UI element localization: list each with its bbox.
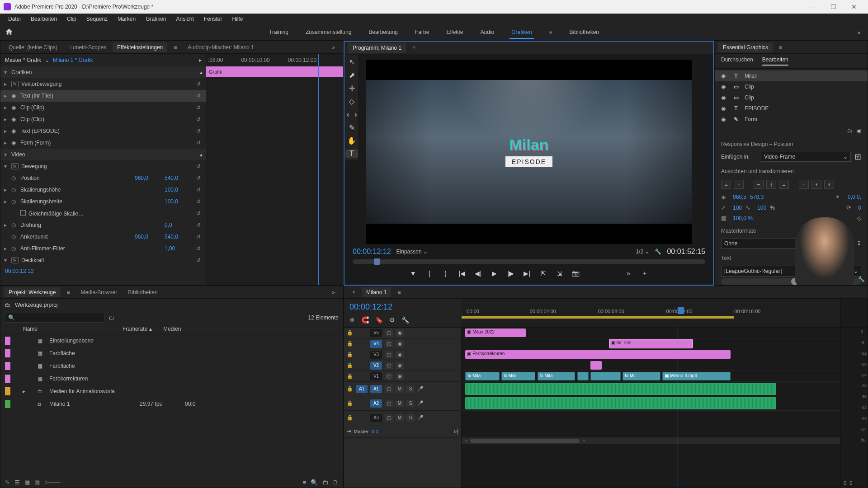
freeform-view-icon[interactable]: ▧	[34, 479, 40, 486]
track-target-a2[interactable]: A2	[370, 399, 382, 408]
clip-v1d[interactable]: fx Mil	[623, 372, 660, 380]
twirl-icon[interactable]: ▾	[4, 151, 9, 158]
goto-in-icon[interactable]: |◀	[457, 268, 467, 278]
eg-layer-episode[interactable]: ◉ T EPISODE	[715, 103, 868, 114]
ws-grafiken[interactable]: Grafiken	[509, 26, 533, 39]
align-left-icon[interactable]: ⫠	[721, 180, 731, 189]
reset-icon[interactable]: ↺	[194, 81, 203, 87]
twirl-icon[interactable]: ▸	[4, 245, 9, 252]
pull-master-icon[interactable]: ↧	[857, 240, 861, 247]
ws-bearbeitung[interactable]: Bearbeitung	[367, 26, 400, 39]
fx-badge[interactable]: fx	[11, 257, 19, 263]
eye-icon[interactable]: ◉	[396, 340, 404, 347]
clip-v2-small[interactable]	[590, 361, 602, 370]
lift-icon[interactable]: ⇱	[538, 268, 548, 278]
eye-icon[interactable]: ◉	[396, 351, 404, 358]
track-lane-a1[interactable]	[462, 382, 840, 396]
stopwatch-icon[interactable]: ◷	[11, 245, 18, 252]
menu-bearbeiten[interactable]: Bearbeiten	[26, 15, 61, 23]
ec-playhead-line[interactable]	[318, 54, 319, 285]
stopwatch-icon[interactable]: ◷	[11, 222, 18, 228]
eg-layer-milan[interactable]: ◉ T Milan	[715, 70, 868, 81]
marker-icon[interactable]: ▼	[408, 268, 418, 278]
project-item[interactable]: ▦ Farbfläche	[0, 360, 343, 372]
project-item[interactable]: ▦ Farbfläche	[0, 347, 343, 360]
export-frame-icon[interactable]: 📷	[571, 268, 581, 278]
snap-icon[interactable]: ❄	[349, 316, 355, 324]
clip-milan-2022[interactable]: ▣ Milan 2022	[465, 328, 526, 337]
reset-icon[interactable]: ↺	[194, 257, 203, 263]
track-output-toggle[interactable]: ▢	[385, 385, 393, 393]
twirl-icon[interactable]: ▸	[4, 222, 9, 228]
twirl-icon[interactable]: ▾	[4, 163, 9, 169]
track-lane-master[interactable]	[462, 425, 840, 438]
pen-tool-icon[interactable]: ◇	[345, 97, 358, 106]
panel-overflow-icon[interactable]: »	[327, 287, 340, 297]
collapse-icon[interactable]: ▴	[200, 69, 203, 75]
menu-sequenz[interactable]: Sequenz	[82, 15, 112, 23]
group-layer-icon[interactable]: ▣	[856, 127, 861, 134]
hand-tool-icon[interactable]: ✋	[345, 136, 358, 145]
play-icon[interactable]: ▶	[490, 268, 500, 278]
reset-icon[interactable]: ↺	[194, 187, 203, 193]
track-target-v4[interactable]: V4	[370, 340, 382, 348]
goto-out-icon[interactable]: ▶|	[522, 268, 532, 278]
project-item[interactable]: ▸ 🗀 Medien für Animationsvorla	[0, 385, 343, 398]
zoom-out-icon[interactable]: ○	[464, 438, 467, 444]
tab-libraries[interactable]: Bibliotheken	[123, 287, 162, 297]
project-item[interactable]: ▦ Farbkorrekturen	[0, 372, 343, 385]
ec-clip2[interactable]: Clip (Clip)	[20, 116, 192, 122]
source-a1[interactable]: A1	[356, 385, 368, 393]
eye-icon[interactable]: ◉	[396, 329, 404, 337]
project-item[interactable]: ▦ Einstellungsebene	[0, 334, 343, 347]
voice-over-icon[interactable]: 🎤	[417, 400, 424, 406]
video-overlay-subtitle[interactable]: EPISODE	[505, 156, 552, 167]
reset-icon[interactable]: ↺	[194, 163, 203, 169]
eg-layer-clip2[interactable]: ◉ ▭ Clip	[715, 92, 868, 103]
clip-v1e[interactable]: ▣ Milano 4.mp4	[662, 372, 731, 380]
eye-icon[interactable]: ◉	[11, 93, 18, 99]
panel-overflow-icon[interactable]: »	[327, 42, 340, 52]
track-target-a3[interactable]: A3	[370, 414, 382, 422]
eg-pin-dropdown[interactable]: Video-Frame⌄	[761, 152, 851, 162]
ec-skalb-val[interactable]: 100,0	[165, 198, 192, 205]
project-item[interactable]: ⧈ Milano 1 29,97 fps 00:0	[0, 398, 343, 410]
menu-marken[interactable]: Marken	[113, 15, 140, 23]
menu-ansicht[interactable]: Ansicht	[171, 15, 198, 23]
add-button-icon[interactable]: ＋	[640, 268, 650, 278]
lock-icon[interactable]: 🔒	[347, 415, 353, 421]
align-vcenter-icon[interactable]: ⟊	[766, 180, 776, 189]
eg-anchor[interactable]: 0,0 0,	[848, 194, 861, 200]
project-menu-icon[interactable]: ≡	[62, 287, 75, 297]
snap-end-icon[interactable]: ▹|	[454, 428, 458, 434]
icon-view-icon[interactable]: ▦	[24, 479, 30, 486]
stopwatch-icon[interactable]: ◷	[11, 234, 18, 240]
clip-farbkorrekturen[interactable]: ▣ Farbkorrekturen	[465, 350, 731, 359]
ec-graphic-clip-bar[interactable]: Grafik	[206, 66, 343, 77]
mute-toggle[interactable]: M	[396, 385, 404, 393]
reset-icon[interactable]: ↺	[194, 222, 203, 228]
tab-program[interactable]: Programm: Milano 1	[348, 43, 406, 53]
timeline-zoom-scrollbar[interactable]	[470, 439, 580, 443]
ec-master-label[interactable]: Master * Grafik	[5, 57, 41, 63]
tab-lumetri-scopes[interactable]: Lumetri-Scopes	[64, 42, 111, 52]
eg-tab-edit[interactable]: Bearbeiten	[762, 56, 788, 66]
fx-badge[interactable]: fx	[11, 81, 19, 87]
list-view-icon[interactable]: ☰	[14, 479, 20, 486]
ec-position-y[interactable]: 540,0	[165, 175, 192, 181]
track-lane-v5[interactable]: ▣ Milan 2022	[462, 328, 840, 338]
twirl-icon[interactable]: ▾	[4, 69, 9, 75]
twirl-icon[interactable]: ▸	[4, 81, 9, 87]
ws-effekte[interactable]: Effekte	[444, 26, 465, 39]
distribute-h-icon[interactable]: ⫞	[799, 180, 809, 189]
lock-icon[interactable]: 🔒	[347, 400, 353, 406]
track-lane-v1[interactable]: fx Mila fx Mila fx Mila fx Mil ▣ Milano …	[462, 371, 840, 382]
ec-bewegung[interactable]: Bewegung	[21, 163, 192, 169]
timeline-timecode[interactable]: 00:00:12:12	[349, 302, 456, 312]
expand-track-icon[interactable]: ⇥	[347, 428, 351, 434]
tab-sequence[interactable]: Milano 1	[362, 287, 391, 297]
clip-audio-a1[interactable]	[465, 383, 776, 395]
track-target-v1[interactable]: V1	[370, 372, 382, 380]
twirl-icon[interactable]: ▾	[4, 257, 9, 263]
eg-layer-clip1[interactable]: ◉ ▭ Clip	[715, 81, 868, 92]
